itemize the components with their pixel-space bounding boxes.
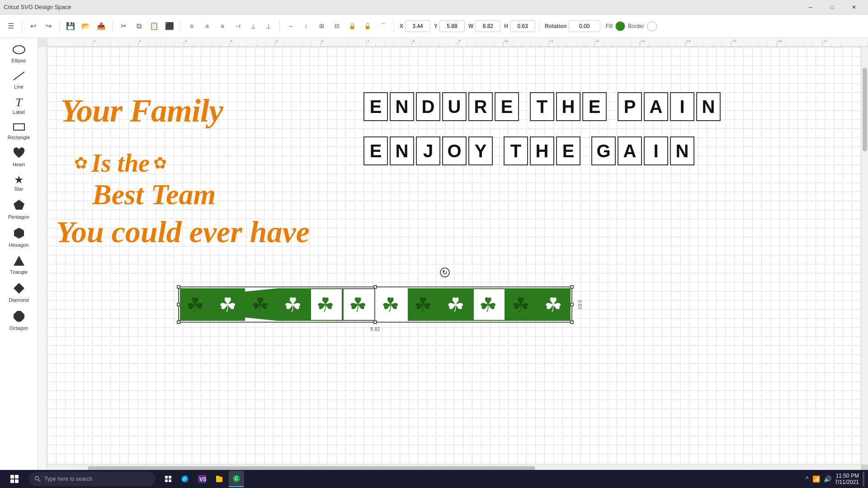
sep4 (180, 20, 181, 33)
tray-chevron-icon[interactable]: ^ (806, 475, 809, 483)
sidebar-item-line[interactable]: Line (4, 68, 34, 92)
vs-button[interactable]: VS (194, 471, 210, 487)
show-desktop-button[interactable] (863, 472, 864, 486)
close-button[interactable]: ✕ (844, 0, 864, 14)
fill-color-picker[interactable] (615, 21, 625, 31)
y-input[interactable] (439, 20, 465, 32)
letter-H2: H (530, 136, 554, 165)
start-button[interactable] (4, 470, 25, 488)
border-color-picker[interactable] (647, 21, 657, 31)
share-button[interactable]: 📤 (94, 19, 108, 33)
unlock-button[interactable]: 🔓 (360, 19, 375, 33)
open-button[interactable]: 📂 (79, 19, 93, 33)
vertical-scrollbar[interactable] (861, 47, 868, 465)
sidebar-item-star[interactable]: ★ Star (4, 172, 34, 194)
cut-button[interactable]: ✂ (116, 19, 131, 33)
cricut-button[interactable]: C (229, 471, 244, 487)
sel-handle-tl[interactable] (177, 285, 180, 289)
sep7 (539, 20, 539, 33)
sidebar-item-octagon[interactable]: Octagon (4, 307, 34, 333)
sel-handle-bm[interactable] (373, 320, 377, 324)
vscroll-thumb[interactable] (863, 68, 867, 151)
files-button[interactable] (212, 471, 227, 487)
text-your-family: Your Family (61, 92, 223, 130)
svg-text:☘: ☘ (382, 294, 399, 316)
svg-text:4: 4 (231, 39, 233, 43)
sep2 (59, 20, 60, 33)
save-button[interactable]: 💾 (63, 19, 78, 33)
rotation-handle[interactable]: ↻ (440, 267, 450, 277)
svg-text:6: 6 (321, 39, 324, 43)
minimize-button[interactable]: ─ (800, 0, 821, 14)
task-view-button[interactable] (161, 471, 175, 487)
sel-handle-ml[interactable] (177, 303, 180, 306)
sidebar-item-triangle[interactable]: Triangle (4, 252, 34, 277)
rectangle-icon (13, 122, 25, 134)
sidebar: Ellipse Line T Label Rectangle Heart (0, 38, 38, 472)
h-input[interactable] (510, 20, 535, 32)
sidebar-item-diamond[interactable]: Diamond (4, 279, 34, 305)
group-button[interactable]: ⊞ (314, 19, 329, 33)
svg-text:8: 8 (413, 39, 415, 43)
ungroup-button[interactable]: ⊟ (330, 19, 344, 33)
align-right-button[interactable]: ≡ (215, 19, 230, 33)
letter-I2: I (644, 136, 668, 165)
rotation-input[interactable] (569, 20, 600, 32)
copy-button[interactable]: ⧉ (132, 19, 146, 33)
network-icon[interactable]: 📶 (812, 475, 820, 483)
align-top-button[interactable]: ⊤ (231, 19, 245, 33)
letter-E5: E (556, 136, 580, 165)
sidebar-item-rectangle[interactable]: Rectangle (4, 119, 34, 143)
rotation-field-group: Rotation (545, 20, 600, 32)
w-input[interactable] (475, 20, 500, 32)
letter-D1: D (416, 92, 440, 121)
svg-text:C: C (235, 476, 238, 481)
sidebar-item-label[interactable]: T Label (4, 94, 34, 117)
width-dimension-label: 8.82 (370, 326, 380, 332)
pentagon-icon (13, 199, 25, 213)
taskbar: Type here to search VS C ^ 📶 🔊 11:50 PM … (0, 470, 868, 488)
maximize-button[interactable]: □ (822, 0, 843, 14)
sidebar-item-ellipse[interactable]: Ellipse (4, 42, 34, 66)
align-left-button[interactable]: ≡ (184, 19, 199, 33)
clock[interactable]: 11:50 PM 7/11/2021 (835, 473, 859, 485)
letter-R1: R (468, 92, 493, 121)
letter-E3: E (582, 92, 607, 121)
sel-handle-tr[interactable] (570, 285, 574, 289)
lock-button[interactable]: 🔒 (345, 19, 359, 33)
sel-handle-mr[interactable] (570, 303, 574, 306)
align-center-button[interactable]: ≡ (200, 19, 214, 33)
speaker-icon[interactable]: 🔊 (824, 475, 831, 483)
taskbar-search[interactable]: Type here to search (29, 472, 156, 486)
duplicate-button[interactable]: ⬛ (162, 19, 177, 33)
align-mid-button[interactable]: ⊥ (246, 19, 260, 33)
svg-text:☘: ☘ (186, 294, 204, 316)
paste-button[interactable]: 📋 (147, 19, 161, 33)
clover-5: ☘ (310, 288, 343, 321)
sidebar-item-hexagon[interactable]: Hexagon (4, 224, 34, 250)
sel-handle-tm[interactable] (373, 285, 377, 289)
svg-rect-140 (169, 479, 171, 482)
hamburger-button[interactable]: ☰ (4, 19, 18, 33)
transform-group: ↔ ↕ ⊞ ⊟ 🔒 🔓 ⌒ (283, 19, 390, 33)
sel-handle-br[interactable] (570, 320, 574, 324)
svg-line-136 (38, 480, 40, 482)
toolbar-menu: ☰ (4, 19, 18, 33)
align-bottom-button[interactable]: ⊤ (261, 19, 276, 33)
ruler-left (38, 47, 47, 472)
x-input[interactable] (405, 20, 430, 32)
edge-button[interactable] (177, 471, 193, 487)
canvas[interactable]: Your Family ✿ Is the ✿ Best Team You cou… (47, 47, 861, 465)
curve-button[interactable]: ⌒ (376, 19, 390, 33)
sidebar-item-pentagon[interactable]: Pentagon (4, 196, 34, 222)
space3 (495, 136, 502, 165)
undo-button[interactable]: ↩ (26, 19, 40, 33)
line-icon (13, 70, 25, 83)
sel-handle-bl[interactable] (177, 320, 180, 324)
redo-button[interactable]: ↪ (41, 19, 56, 33)
flip-h-button[interactable]: ↔ (283, 19, 298, 33)
flip-v-button[interactable]: ↕ (299, 19, 313, 33)
hexagon-icon (13, 227, 25, 241)
sidebar-item-heart[interactable]: Heart (4, 145, 34, 170)
clover-row-container[interactable]: ☘ ☘ ☘ ☘ (178, 286, 572, 323)
